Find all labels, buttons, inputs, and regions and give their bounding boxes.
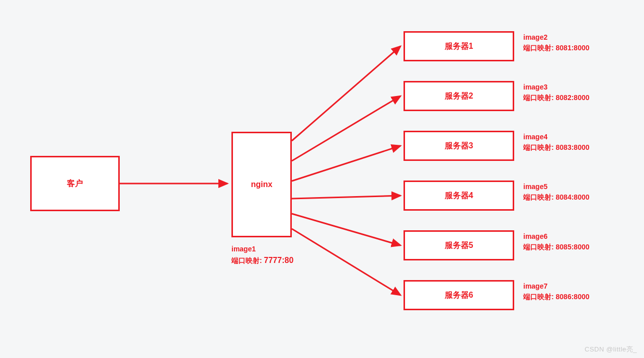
server-port-mapping: 端口映射: 8085:8000 (523, 242, 590, 252)
server-label: 服务器3 (445, 141, 473, 151)
server-image-name: image5 (523, 182, 590, 192)
server-caption-5: image6 端口映射: 8085:8000 (523, 231, 590, 252)
arrow-nginx-to-server-5 (292, 214, 400, 245)
server-image-name: image7 (523, 281, 590, 292)
server-box-4: 服务器4 (404, 181, 514, 211)
server-caption-6: image7 端口映射: 8086:8000 (523, 281, 590, 302)
server-port-mapping: 端口映射: 8086:8000 (523, 292, 590, 302)
server-port-mapping: 端口映射: 8083:8000 (523, 142, 590, 153)
server-label: 服务器6 (445, 290, 473, 301)
server-label: 服务器2 (445, 91, 473, 102)
arrow-nginx-to-server-1 (292, 46, 400, 141)
server-box-5: 服务器5 (404, 230, 514, 260)
nginx-caption: image1 端口映射: 7777:80 (231, 244, 293, 266)
server-image-name: image6 (523, 231, 590, 242)
server-port-mapping: 端口映射: 8084:8000 (523, 192, 590, 203)
nginx-port: 7777:80 (264, 256, 294, 264)
client-label: 客户 (67, 178, 83, 189)
server-caption-3: image4 端口映射: 8083:8000 (523, 132, 590, 153)
server-label: 服务器5 (445, 240, 473, 251)
server-caption-1: image2 端口映射: 8081:8000 (523, 32, 590, 53)
arrow-nginx-to-server-6 (292, 229, 400, 295)
nginx-port-prefix: 端口映射: (231, 256, 264, 264)
nginx-image-name: image1 (231, 244, 293, 254)
arrow-nginx-to-server-4 (292, 196, 400, 199)
server-label: 服务器1 (445, 41, 473, 52)
server-image-name: image2 (523, 32, 590, 43)
server-box-2: 服务器2 (404, 81, 514, 111)
arrow-nginx-to-server-3 (292, 146, 400, 181)
server-label: 服务器4 (445, 191, 473, 201)
server-port-mapping: 端口映射: 8081:8000 (523, 43, 590, 53)
server-image-name: image3 (523, 82, 590, 93)
server-port-mapping: 端口映射: 8082:8000 (523, 93, 590, 103)
server-box-1: 服务器1 (404, 31, 514, 61)
server-caption-4: image5 端口映射: 8084:8000 (523, 182, 590, 203)
server-box-6: 服务器6 (404, 280, 514, 310)
nginx-label-text: nginx (251, 180, 273, 189)
watermark: CSDN @little亮_ (585, 345, 637, 354)
client-box: 客户 (30, 156, 120, 211)
server-box-3: 服务器3 (404, 131, 514, 161)
server-image-name: image4 (523, 132, 590, 142)
arrow-nginx-to-server-2 (292, 96, 400, 161)
nginx-box: nginx (231, 132, 292, 237)
server-caption-2: image3 端口映射: 8082:8000 (523, 82, 590, 103)
